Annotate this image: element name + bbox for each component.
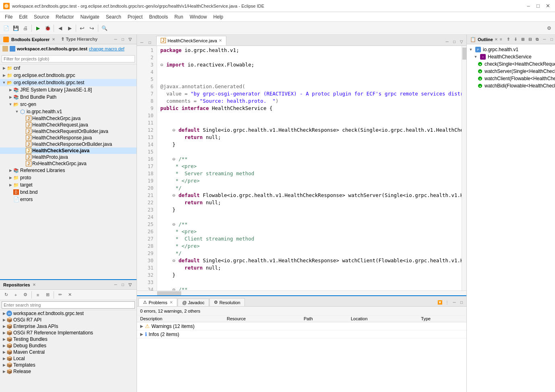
repo-edit-button[interactable]: ✏ bbox=[56, 290, 64, 299]
hscroll-thumb[interactable] bbox=[157, 291, 181, 295]
explorer-minimize-button[interactable]: ─ bbox=[112, 36, 119, 43]
warnings-expand-arrow[interactable]: ▶ bbox=[140, 324, 143, 328]
repo-release[interactable]: ▶ 📦 Release bbox=[0, 368, 137, 375]
menu-window[interactable]: Window bbox=[186, 13, 210, 21]
repo-expand-button[interactable]: ⊞ bbox=[43, 290, 52, 299]
target-expand-arrow[interactable]: ▶ bbox=[8, 183, 13, 187]
tree-io-grpc-package[interactable]: ▼ ⬡ io.grpc.health.v1 bbox=[0, 108, 137, 115]
repo-enterprise-java[interactable]: ▶ 📦 Enterprise Java APIs bbox=[0, 323, 137, 330]
col-resource[interactable]: Resource bbox=[224, 315, 300, 322]
repo-menu-button[interactable]: ▽ bbox=[127, 282, 133, 288]
repo-collapse-button[interactable]: ≡ bbox=[33, 290, 42, 299]
outline-minimize-button[interactable]: ─ bbox=[541, 36, 548, 43]
repo-minimize-button[interactable]: ─ bbox=[112, 282, 119, 288]
outline-pkg-arrow[interactable]: ▼ bbox=[468, 48, 473, 52]
menu-search[interactable]: Search bbox=[103, 13, 124, 21]
code-scrollbar-h[interactable] bbox=[137, 290, 466, 295]
warnings-group-row[interactable]: ▶ ⚠ Warnings (12 items) bbox=[137, 322, 466, 330]
outline-check-method[interactable]: ● check(Single<HealthCheckReques bbox=[467, 60, 555, 68]
proto-expand-arrow[interactable]: ▶ bbox=[8, 176, 13, 180]
outline-toolbar-6[interactable]: ⧉ bbox=[534, 36, 541, 43]
workspace-repo-arrow[interactable]: ▶ bbox=[2, 311, 6, 315]
problems-view-menu-button[interactable]: ⋮ bbox=[444, 299, 450, 305]
col-location[interactable]: Location bbox=[348, 315, 418, 322]
repo-osgi-r7-ref[interactable]: ▶ 📦 OSGi R7 Reference Implementations bbox=[0, 330, 137, 336]
templates-arrow[interactable]: ▶ bbox=[2, 363, 6, 367]
tree-health-check-service[interactable]: J HealthCheckService.java bbox=[0, 147, 137, 154]
editor-minimize-button[interactable]: ─ bbox=[139, 39, 145, 46]
forward-button[interactable]: ▶ bbox=[65, 24, 74, 33]
outline-toolbar-5[interactable]: ⊟ bbox=[527, 36, 533, 43]
release-arrow[interactable]: ▶ bbox=[2, 369, 6, 373]
problems-filter-button[interactable]: 🔽 bbox=[437, 299, 443, 305]
col-type[interactable]: Type bbox=[418, 315, 466, 322]
menu-refactor[interactable]: Refactor bbox=[52, 13, 77, 21]
tree-health-check-response-or-builder[interactable]: J HealthCheckResponseOrBuilder.java bbox=[0, 141, 137, 147]
filter-input[interactable] bbox=[2, 55, 135, 62]
menu-file[interactable]: File bbox=[2, 13, 16, 21]
repo-local[interactable]: ▶ 📦 Local bbox=[0, 355, 137, 362]
outline-watch-server-method[interactable]: ● watchServer(Single<HealthCheckF bbox=[467, 68, 555, 75]
tree-target[interactable]: ▶ 📁 target bbox=[0, 181, 137, 189]
outline-health-check-service[interactable]: ▼ I HealthCheckService bbox=[467, 53, 555, 60]
menu-help[interactable]: Help bbox=[210, 13, 227, 21]
menu-source[interactable]: Source bbox=[31, 13, 52, 21]
infos-group-row[interactable]: ▶ ℹ Infos (2 items) bbox=[137, 330, 466, 338]
problems-tab-problems[interactable]: ⚠ Problems ✕ bbox=[139, 298, 177, 306]
editor-maximize-button[interactable]: □ bbox=[147, 39, 153, 46]
problems-tab-resolution[interactable]: ⚙ Resolution bbox=[209, 298, 245, 306]
problems-tab-javadoc[interactable]: @ Javadoc bbox=[178, 299, 209, 306]
repo-settings-button[interactable]: ⚙ bbox=[21, 290, 30, 299]
osgi-r7-ref-arrow[interactable]: ▶ bbox=[2, 331, 6, 335]
repo-delete-button[interactable]: ✕ bbox=[65, 290, 74, 299]
outline-toolbar-3[interactable]: ⇓ bbox=[512, 36, 519, 43]
problems-minimize-button[interactable]: ─ bbox=[451, 299, 458, 305]
repo-maximize-button[interactable]: □ bbox=[120, 282, 126, 288]
back-button[interactable]: ◀ bbox=[56, 24, 64, 33]
editor-collapse-button[interactable]: ─ bbox=[444, 38, 450, 45]
problems-tab-close[interactable]: ✕ bbox=[170, 300, 173, 305]
tree-health-check-request-or-builder[interactable]: J HealthCheckRequestOrBuilder.java bbox=[0, 128, 137, 135]
run-button[interactable]: ▶ bbox=[33, 24, 42, 33]
jre-expand-arrow[interactable]: ▶ bbox=[8, 88, 13, 92]
redo-button[interactable]: ↪ bbox=[87, 24, 96, 33]
outline-watch-client-method[interactable]: ● watchClient(Flowable<HealthChe bbox=[467, 75, 555, 82]
scrollbar-thumb[interactable] bbox=[462, 48, 466, 60]
undo-button[interactable]: ↩ bbox=[78, 24, 87, 33]
save-button[interactable]: 💾 bbox=[11, 24, 20, 33]
cnf-expand-arrow[interactable]: ▶ bbox=[2, 66, 6, 70]
repo-workspace[interactable]: ▶ W workspace.ecf.bndtools.grpc.test bbox=[0, 310, 137, 317]
menu-project[interactable]: Project bbox=[124, 13, 146, 21]
repo-add-button[interactable]: + bbox=[11, 290, 20, 299]
close-button[interactable]: ✕ bbox=[544, 2, 552, 10]
problems-maximize-button[interactable]: □ bbox=[458, 299, 465, 305]
tree-health-check-grpc[interactable]: J HealthCheckGrpc.java bbox=[0, 115, 137, 122]
preferences-button[interactable]: ⚙ bbox=[545, 24, 553, 33]
repo-search-input[interactable] bbox=[2, 301, 135, 309]
editor-tab-health-check-service[interactable]: J HealthCheckService.java ✕ bbox=[156, 36, 226, 46]
explorer-menu-button[interactable]: ▽ bbox=[127, 36, 133, 43]
repo-refresh-button[interactable]: ↻ bbox=[2, 290, 10, 299]
outline-toolbar-1[interactable]: ≡ bbox=[498, 36, 504, 43]
code-scrollbar-v[interactable] bbox=[462, 46, 466, 290]
bnd-path-expand-arrow[interactable]: ▶ bbox=[8, 95, 13, 99]
explorer-maximize-button[interactable]: □ bbox=[120, 36, 126, 43]
repo-osgi-r7[interactable]: ▶ 📦 OSGi R7 API bbox=[0, 317, 137, 323]
infos-expand-arrow[interactable]: ▶ bbox=[140, 332, 143, 336]
outline-maximize-button[interactable]: □ bbox=[549, 36, 555, 43]
debug-button[interactable]: 🐞 bbox=[43, 24, 52, 33]
editor-expand-button[interactable]: □ bbox=[451, 38, 458, 45]
outline-toolbar-4[interactable]: ⊞ bbox=[520, 36, 526, 43]
tree-health-check-response[interactable]: J HealthCheckResponse.java bbox=[0, 135, 137, 141]
tree-bnd-bnd[interactable]: 🅱 bnd.bnd bbox=[0, 189, 137, 196]
change-macro-link[interactable]: change macro def bbox=[89, 46, 124, 51]
reflibs-expand-arrow[interactable]: ▶ bbox=[8, 168, 13, 172]
tree-referenced-libraries[interactable]: ▶ 📚 Referenced Libraries bbox=[0, 167, 137, 174]
tree-proto[interactable]: ▶ 📁 proto bbox=[0, 174, 137, 181]
code-area[interactable]: package io.grpc.health.v1; ⊖ import io.r… bbox=[157, 46, 462, 290]
repo-debug-bundles[interactable]: ▶ 📦 Debug Bundles bbox=[0, 342, 137, 349]
local-arrow[interactable]: ▶ bbox=[2, 357, 6, 361]
menu-bndtools[interactable]: Bndtools bbox=[146, 13, 171, 21]
maximize-button[interactable]: □ bbox=[534, 2, 542, 10]
tree-rx-health-check-grpc[interactable]: J RxHealthCheckGrpc.java bbox=[0, 160, 137, 167]
